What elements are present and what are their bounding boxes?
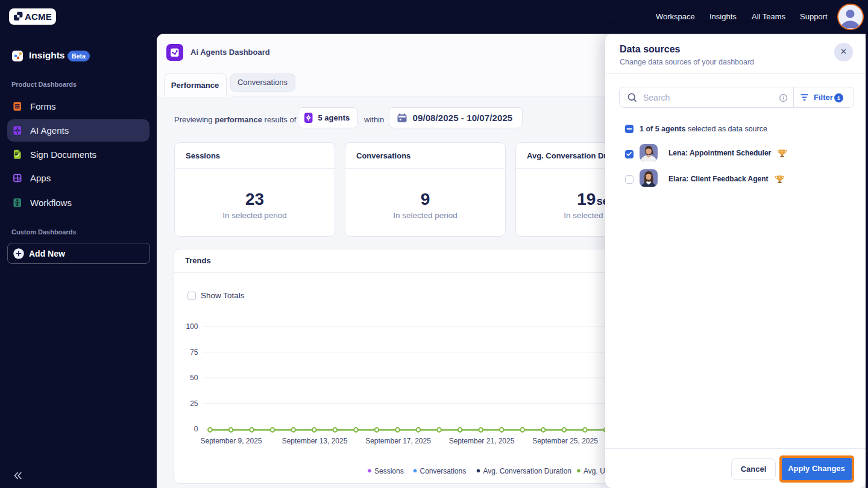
svg-text:0: 0 (194, 425, 198, 433)
svg-text:September 13, 2025: September 13, 2025 (282, 437, 348, 445)
svg-text:Avg. Conversation Duration: Avg. Conversation Duration (483, 467, 572, 475)
svg-text:25: 25 (190, 399, 198, 408)
svg-text:75: 75 (190, 348, 198, 357)
svg-text:September 25, 2025: September 25, 2025 (532, 437, 598, 445)
svg-text:September 17, 2025: September 17, 2025 (365, 437, 431, 445)
svg-text:September 21, 2025: September 21, 2025 (449, 437, 515, 445)
svg-text:100: 100 (186, 322, 198, 331)
svg-text:Conversations: Conversations (420, 467, 467, 475)
svg-text:September 9, 2025: September 9, 2025 (200, 437, 262, 445)
svg-text:Sessions: Sessions (374, 467, 404, 475)
svg-text:50: 50 (190, 374, 198, 382)
